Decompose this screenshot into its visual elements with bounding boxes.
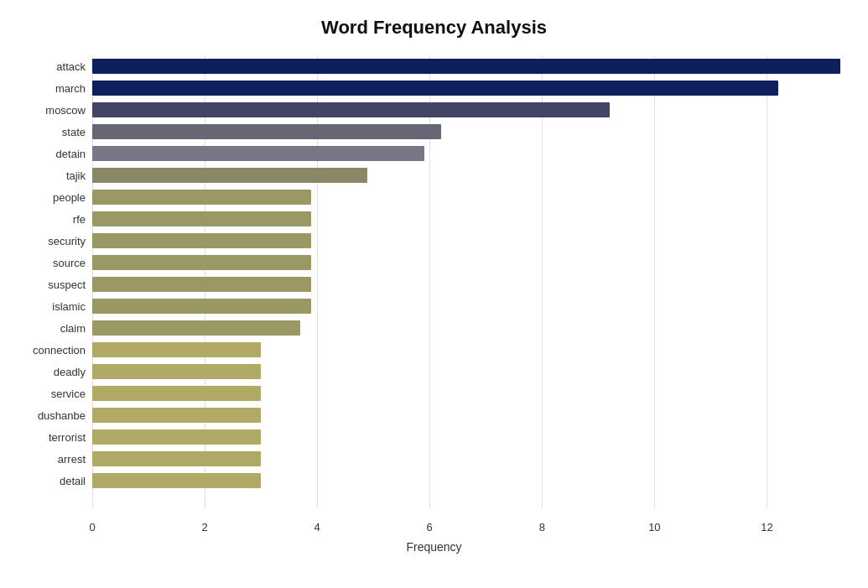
bar-row-dushanbe	[92, 404, 851, 426]
y-label-service: service	[17, 382, 92, 404]
bar-row-tajik	[92, 164, 851, 186]
bar-source	[92, 255, 311, 270]
bar-moscow	[92, 102, 610, 117]
bar-row-claim	[92, 317, 851, 339]
bar-tajik	[92, 168, 367, 183]
bar-arrest	[92, 451, 261, 466]
y-label-tajik: tajik	[17, 164, 92, 186]
bar-deadly	[92, 364, 261, 379]
y-label-detain: detain	[17, 143, 92, 164]
bars-column	[92, 55, 851, 533]
bar-row-service	[92, 382, 851, 404]
bar-detail	[92, 473, 261, 488]
bar-row-state	[92, 121, 851, 143]
bottom-area: Frequency	[17, 537, 851, 554]
chart-container: Word Frequency Analysis attackmarchmosco…	[0, 0, 868, 588]
y-label-people: people	[17, 186, 92, 208]
bar-detain	[92, 146, 424, 161]
bar-row-arrest	[92, 448, 851, 470]
bar-islamic	[92, 299, 311, 314]
bar-row-march	[92, 77, 851, 99]
bar-service	[92, 386, 261, 401]
bar-row-people	[92, 186, 851, 208]
bar-connection	[92, 342, 261, 357]
y-labels: attackmarchmoscowstatedetaintajikpeopler…	[17, 55, 92, 533]
bar-suspect	[92, 277, 311, 292]
bar-rfe	[92, 211, 311, 226]
bar-people	[92, 190, 311, 205]
bar-row-security	[92, 230, 851, 252]
y-label-attack: attack	[17, 55, 92, 77]
bar-attack	[92, 59, 840, 74]
bars-and-grid: 024681012	[92, 55, 851, 533]
bar-row-moscow	[92, 99, 851, 121]
y-label-dushanbe: dushanbe	[17, 404, 92, 426]
y-label-state: state	[17, 121, 92, 143]
bar-row-rfe	[92, 208, 851, 230]
y-label-suspect: suspect	[17, 273, 92, 295]
y-label-connection: connection	[17, 339, 92, 361]
y-label-moscow: moscow	[17, 99, 92, 121]
y-label-deadly: deadly	[17, 361, 92, 382]
y-label-terrorist: terrorist	[17, 426, 92, 448]
y-label-march: march	[17, 77, 92, 99]
chart-title: Word Frequency Analysis	[17, 17, 851, 39]
bar-row-detail	[92, 470, 851, 492]
bar-row-deadly	[92, 361, 851, 382]
y-label-arrest: arrest	[17, 448, 92, 470]
x-axis-title: Frequency	[406, 540, 461, 554]
bar-row-connection	[92, 339, 851, 361]
chart-area: attackmarchmoscowstatedetaintajikpeopler…	[17, 55, 851, 533]
y-label-source: source	[17, 252, 92, 273]
bar-dushanbe	[92, 408, 261, 423]
bar-claim	[92, 320, 300, 336]
y-label-detail: detail	[17, 470, 92, 492]
y-label-islamic: islamic	[17, 295, 92, 317]
bar-row-terrorist	[92, 426, 851, 448]
y-label-claim: claim	[17, 317, 92, 339]
bar-row-detain	[92, 143, 851, 164]
bar-row-suspect	[92, 273, 851, 295]
bar-security	[92, 233, 311, 248]
bar-terrorist	[92, 429, 261, 445]
y-label-rfe: rfe	[17, 208, 92, 230]
bar-state	[92, 124, 441, 139]
bar-row-attack	[92, 55, 851, 77]
bar-row-islamic	[92, 295, 851, 317]
bar-row-source	[92, 252, 851, 273]
y-label-security: security	[17, 230, 92, 252]
bar-march	[92, 81, 778, 96]
